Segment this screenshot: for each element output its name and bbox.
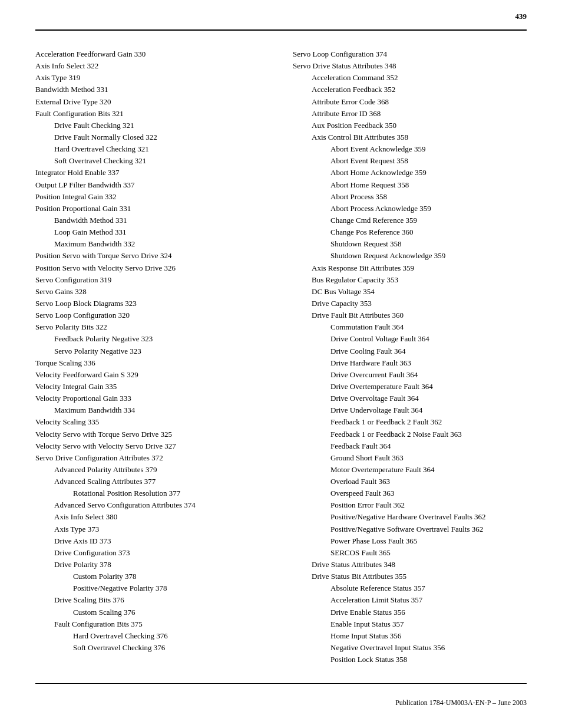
list-item: Drive Polarity 378	[35, 559, 269, 571]
list-item: Abort Process 358	[293, 191, 527, 203]
list-item: Drive Axis ID 373	[35, 535, 269, 547]
list-item: Axis Type 373	[35, 523, 269, 535]
list-item: Attribute Error Code 368	[293, 96, 527, 108]
list-item: Velocity Scaling 335	[35, 416, 269, 428]
list-item: Position Lock Status 358	[293, 654, 527, 666]
list-item: Change Pos Reference 360	[293, 226, 527, 238]
list-item: Servo Configuration 319	[35, 274, 269, 286]
list-item: Abort Process Acknowledge 359	[293, 203, 527, 215]
list-item: Velocity Servo with Torque Servo Drive 3…	[35, 429, 269, 440]
list-item: Servo Loop Configuration 320	[35, 309, 269, 321]
page: 439 Acceleration Feedforward Gain 330Axi…	[0, 0, 562, 728]
list-item: Drive Cooling Fault 364	[293, 345, 527, 357]
list-item: Drive Enable Status 356	[293, 607, 527, 618]
list-item: Bandwidth Method 331	[35, 215, 269, 226]
list-item: Drive Control Voltage Fault 364	[293, 333, 527, 345]
list-item: Velocity Feedforward Gain S 329	[35, 369, 269, 381]
list-item: Maximum Bandwidth 332	[35, 238, 269, 250]
list-item: Feedback 1 or Feedback 2 Noise Fault 363	[293, 429, 527, 440]
list-item: Positive/Negative Hardware Overtravel Fa…	[293, 511, 527, 523]
content: Acceleration Feedforward Gain 330Axis In…	[35, 48, 527, 666]
list-item: Drive Scaling Bits 376	[35, 594, 269, 606]
list-item: Hard Overtravel Checking 376	[35, 630, 269, 642]
list-item: Maximum Bandwidth 334	[35, 404, 269, 416]
list-item: Abort Event Acknowledge 359	[293, 143, 527, 155]
list-item: Drive Fault Checking 321	[35, 120, 269, 131]
list-item: Drive Overcurrent Fault 364	[293, 369, 527, 381]
list-item: Position Error Fault 362	[293, 499, 527, 511]
footer-rule	[35, 683, 527, 684]
list-item: DC Bus Voltage 354	[293, 286, 527, 298]
list-item: Axis Response Bit Attributes 359	[293, 262, 527, 274]
left-column: Acceleration Feedforward Gain 330Axis In…	[35, 48, 269, 666]
list-item: Servo Polarity Negative 323	[35, 345, 269, 357]
list-item: Advanced Polarity Attributes 379	[35, 464, 269, 476]
list-item: Servo Gains 328	[35, 286, 269, 298]
list-item: Drive Capacity 353	[293, 298, 527, 309]
list-item: Axis Info Select 380	[35, 511, 269, 523]
list-item: Drive Undervoltage Fault 364	[293, 404, 527, 416]
list-item: Fault Configuration Bits 375	[35, 618, 269, 630]
top-rule	[35, 29, 527, 31]
list-item: Hard Overtravel Checking 321	[35, 143, 269, 155]
list-item: Rotational Position Resolution 377	[35, 487, 269, 499]
list-item: Acceleration Limit Status 357	[293, 594, 527, 606]
list-item: Overload Fault 363	[293, 476, 527, 487]
list-item: Change Cmd Reference 359	[293, 215, 527, 226]
list-item: Drive Overvoltage Fault 364	[293, 393, 527, 404]
list-item: Abort Event Request 358	[293, 155, 527, 167]
list-item: Velocity Proportional Gain 333	[35, 393, 269, 404]
list-item: Axis Control Bit Attributes 358	[293, 131, 527, 143]
list-item: Output LP Filter Bandwidth 337	[35, 179, 269, 191]
list-item: Velocity Integral Gain 335	[35, 381, 269, 393]
list-item: Bandwidth Method 331	[35, 84, 269, 95]
list-item: Advanced Servo Configuration Attributes …	[35, 499, 269, 511]
list-item: Servo Drive Configuration Attributes 372	[35, 452, 269, 464]
list-item: Custom Polarity 378	[35, 571, 269, 582]
list-item: Integrator Hold Enable 337	[35, 167, 269, 179]
list-item: Feedback Polarity Negative 323	[35, 333, 269, 345]
list-item: Soft Overtravel Checking 376	[35, 642, 269, 654]
list-item: Velocity Servo with Velocity Servo Drive…	[35, 440, 269, 452]
list-item: Bus Regulator Capacity 353	[293, 274, 527, 286]
list-item: Power Phase Loss Fault 365	[293, 535, 527, 547]
list-item: Axis Info Select 322	[35, 60, 269, 72]
list-item: Loop Gain Method 331	[35, 226, 269, 238]
list-item: Position Servo with Velocity Servo Drive…	[35, 262, 269, 274]
list-item: Abort Home Acknowledge 359	[293, 167, 527, 179]
list-item: Drive Fault Normally Closed 322	[35, 131, 269, 143]
list-item: Drive Status Attributes 348	[293, 559, 527, 571]
list-item: Commutation Fault 364	[293, 321, 527, 333]
list-item: Drive Configuration 373	[35, 547, 269, 559]
footer: Publication 1784-UM003A-EN-P – June 2003	[395, 699, 527, 707]
list-item: Acceleration Command 352	[293, 72, 527, 84]
list-item: Feedback Fault 364	[293, 440, 527, 452]
list-item: Acceleration Feedforward Gain 330	[35, 48, 269, 60]
list-item: Shutdown Request Acknowledge 359	[293, 250, 527, 262]
list-item: Position Servo with Torque Servo Drive 3…	[35, 250, 269, 262]
list-item: Fault Configuration Bits 321	[35, 108, 269, 120]
list-item: Servo Loop Configuration 374	[293, 48, 527, 60]
list-item: Drive Overtemperature Fault 364	[293, 381, 527, 393]
list-item: Servo Loop Block Diagrams 323	[35, 298, 269, 309]
list-item: Soft Overtravel Checking 321	[35, 155, 269, 167]
list-item: Position Integral Gain 332	[35, 191, 269, 203]
list-item: Acceleration Feedback 352	[293, 84, 527, 95]
list-item: Custom Scaling 376	[35, 607, 269, 618]
list-item: Positive/Negative Software Overtravel Fa…	[293, 523, 527, 535]
list-item: Shutdown Request 358	[293, 238, 527, 250]
list-item: Abort Home Request 358	[293, 179, 527, 191]
list-item: External Drive Type 320	[35, 96, 269, 108]
list-item: Servo Drive Status Attributes 348	[293, 60, 527, 72]
list-item: Positive/Negative Polarity 378	[35, 582, 269, 594]
list-item: Advanced Scaling Attributes 377	[35, 476, 269, 487]
list-item: Enable Input Status 357	[293, 618, 527, 630]
list-item: Axis Type 319	[35, 72, 269, 84]
list-item: Overspeed Fault 363	[293, 487, 527, 499]
list-item: Attribute Error ID 368	[293, 108, 527, 120]
list-item: Drive Fault Bit Attributes 360	[293, 309, 527, 321]
list-item: Home Input Status 356	[293, 630, 527, 642]
list-item: Torque Scaling 336	[35, 357, 269, 369]
list-item: Negative Overtravel Input Status 356	[293, 642, 527, 654]
list-item: Ground Short Fault 363	[293, 452, 527, 464]
